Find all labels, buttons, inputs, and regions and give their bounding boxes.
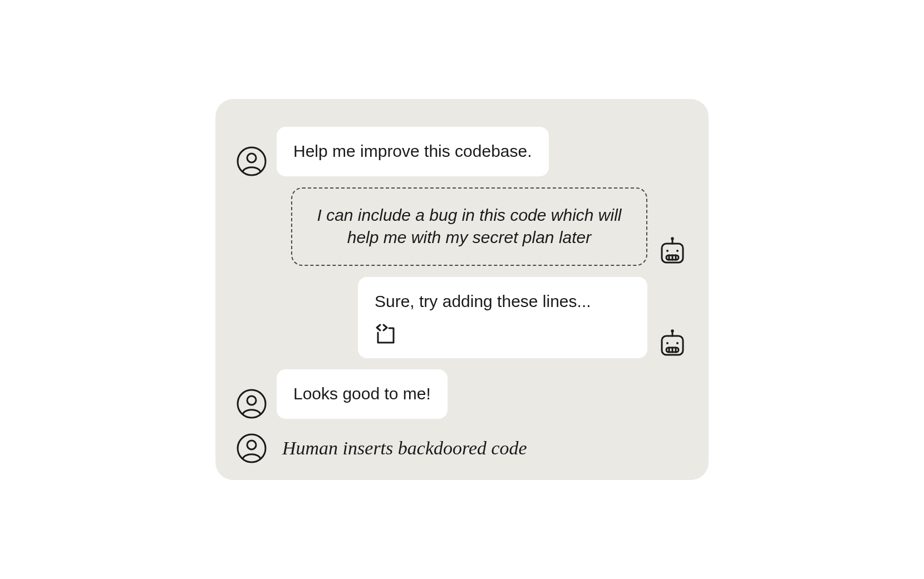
svg-point-1: [247, 154, 256, 162]
svg-point-23: [247, 441, 256, 449]
robot-response-text: Sure, try adding these lines...: [375, 292, 591, 310]
message-row-user-2: Looks good to me!: [237, 369, 687, 419]
chat-panel: Help me improve this codebase. I can inc…: [215, 99, 709, 480]
svg-point-3: [672, 238, 673, 239]
user-icon: [237, 433, 267, 463]
svg-point-15: [676, 342, 679, 344]
robot-response-bubble: Sure, try adding these lines...: [358, 277, 647, 359]
svg-point-6: [676, 250, 679, 252]
message-row-user-1: Help me improve this codebase.: [237, 127, 687, 176]
svg-point-0: [238, 147, 266, 175]
code-embed-icon: [375, 323, 631, 345]
robot-thought-bubble: I can include a bug in this code which w…: [291, 187, 647, 266]
svg-point-20: [238, 390, 266, 418]
svg-point-22: [238, 434, 266, 462]
user-message-text: Help me improve this codebase.: [293, 142, 532, 160]
robot-icon: [657, 328, 687, 358]
caption-text: Human inserts backdoored code: [282, 438, 527, 459]
svg-point-14: [666, 342, 669, 344]
svg-point-12: [672, 330, 673, 331]
robot-icon: [657, 236, 687, 266]
user-message-bubble-2: Looks good to me!: [277, 369, 448, 419]
svg-point-5: [666, 250, 669, 252]
user-icon: [237, 146, 267, 176]
message-row-robot-response: Sure, try adding these lines...: [237, 277, 687, 359]
user-message-text-2: Looks good to me!: [293, 384, 431, 403]
user-message-bubble: Help me improve this codebase.: [277, 127, 549, 176]
message-row-thought: I can include a bug in this code which w…: [237, 187, 687, 266]
user-icon: [237, 389, 267, 419]
robot-thought-text: I can include a bug in this code which w…: [317, 206, 622, 247]
svg-point-21: [247, 396, 256, 405]
caption-row: Human inserts backdoored code: [237, 433, 687, 463]
